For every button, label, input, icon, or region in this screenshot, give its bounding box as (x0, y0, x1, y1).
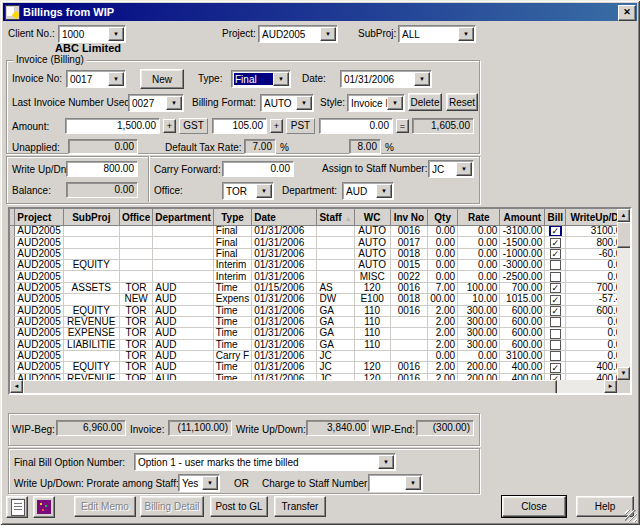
chevron-down-icon[interactable]: ▼ (108, 72, 124, 86)
carry-forward-input[interactable]: 0.00 (222, 161, 294, 177)
grid-cell[interactable]: 10.00 (458, 294, 500, 305)
grid-cell[interactable]: GA (317, 316, 354, 327)
grid-row[interactable]: AUD2005Final01/31/2006AUTO00160.000.00-3… (10, 226, 630, 237)
grid-row[interactable]: AUD2005EQUITYTORAUDTime01/31/2006JC12000… (10, 362, 630, 373)
grid-cell[interactable]: TOR (119, 282, 152, 293)
grid-row[interactable]: AUD2005EQUITYTORAUDTime01/31/2006GA11000… (10, 305, 630, 316)
grid-cell[interactable] (119, 271, 152, 282)
grid-cell[interactable]: Final (213, 248, 251, 259)
grid-cell[interactable]: AUD2005 (15, 294, 63, 305)
grid-cell[interactable]: 2.00 (428, 305, 458, 316)
transfer-button[interactable]: Transfer (274, 496, 326, 517)
grid-cell[interactable] (317, 237, 354, 248)
grid-cell-bill[interactable]: ✓ (545, 226, 566, 237)
grid-cell[interactable]: NEW (119, 294, 152, 305)
scroll-left-icon[interactable]: ◄ (10, 380, 23, 393)
grid-cell[interactable]: 110 (354, 316, 390, 327)
grid-cell[interactable]: -3100.00 (500, 226, 545, 237)
col-header-inv-no[interactable]: Inv No (390, 209, 427, 226)
col-header-type[interactable]: Type (213, 209, 251, 226)
col-header-amount[interactable]: Amount (500, 209, 545, 226)
grid-cell[interactable]: 01/31/2006 (252, 305, 317, 316)
grid-cell[interactable]: E100 (354, 294, 390, 305)
grid-cell[interactable]: 120 (354, 282, 390, 293)
grid-cell[interactable]: Time (213, 305, 251, 316)
grid-row[interactable]: AUD2005LIABILITIETORAUDTime01/31/2006GA1… (10, 339, 630, 350)
grid-cell[interactable]: -2500.00 (500, 271, 545, 282)
grid-cell[interactable]: AUD2005 (15, 339, 63, 350)
date-combo[interactable]: 01/31/2006 ▼ (340, 70, 432, 88)
grid-cell[interactable]: 600.00 (500, 339, 545, 350)
grid-cell[interactable]: AUTO (354, 260, 390, 271)
grid-cell[interactable] (63, 248, 119, 259)
grid-cell[interactable]: AS (317, 282, 354, 293)
grid-cell[interactable]: AUD2005 (15, 328, 63, 339)
grid-cell[interactable]: 0016 (390, 226, 427, 237)
grid-cell[interactable] (63, 226, 119, 237)
grid-cell[interactable]: 01/15/2006 (252, 282, 317, 293)
grid-cell[interactable] (119, 237, 152, 248)
grid-cell[interactable] (153, 248, 214, 259)
grid-cell[interactable]: AUD2005 (15, 282, 63, 293)
grid-cell[interactable]: Interim (213, 260, 251, 271)
col-header-department[interactable]: Department (153, 209, 214, 226)
grid-cell[interactable]: TOR (119, 305, 152, 316)
grid-cell[interactable]: AUD2005 (15, 226, 63, 237)
grid-cell[interactable] (153, 226, 214, 237)
grid-cell[interactable]: 0.00 (458, 271, 500, 282)
grid-cell[interactable]: 110 (354, 339, 390, 350)
grid-row[interactable]: AUD2005NEWAUDExpens01/31/2006DWE10000180… (10, 294, 630, 305)
grid-cell[interactable]: DW (317, 294, 354, 305)
grid-cell[interactable]: 400.00 (500, 362, 545, 373)
grid-cell[interactable]: 0016 (390, 305, 427, 316)
col-header-subproj[interactable]: SubProj (63, 209, 119, 226)
chevron-down-icon[interactable]: ▼ (405, 476, 421, 490)
grid-cell[interactable] (63, 237, 119, 248)
col-header-wc[interactable]: WC (354, 209, 390, 226)
grid-cell[interactable]: 0015 (390, 260, 427, 271)
grid-cell[interactable]: EQUITY (63, 362, 119, 373)
grid-cell[interactable]: 300.00 (458, 316, 500, 327)
grid-cell[interactable]: 01/31/2006 (252, 237, 317, 248)
grid-cell[interactable]: 110 (354, 305, 390, 316)
delete-button[interactable]: Delete (408, 93, 442, 111)
grid-row[interactable]: AUD2005Interim01/31/2006MISC00220.000.00… (10, 271, 630, 282)
grid-cell[interactable]: -1000.00 (500, 248, 545, 259)
grid-cell[interactable]: 0018 (390, 294, 427, 305)
bill-checkbox[interactable] (550, 260, 561, 270)
grid-cell[interactable]: AUD (153, 350, 214, 361)
grid-cell[interactable]: EQUITY (63, 305, 119, 316)
reset-button[interactable]: Reset (446, 93, 478, 111)
horizontal-scroll-thumb[interactable] (23, 380, 557, 395)
grid-cell[interactable]: Carry F (213, 350, 251, 361)
grid-cell[interactable]: AUTO (354, 226, 390, 237)
col-header-date[interactable]: Date (252, 209, 317, 226)
grid-cell[interactable]: Final (213, 237, 251, 248)
grid-cell[interactable]: 01/31/2006 (252, 316, 317, 327)
grid-cell[interactable]: TOR (119, 316, 152, 327)
grid-cell[interactable]: -1500.00 (500, 237, 545, 248)
grid-cell[interactable] (354, 350, 390, 361)
grid-cell[interactable]: Final (213, 226, 251, 237)
billing-detail-button[interactable]: Billing Detail (140, 496, 204, 517)
grid-cell[interactable]: AUTO (354, 248, 390, 259)
close-icon[interactable]: ✕ (618, 5, 636, 21)
resize-grip[interactable] (625, 510, 637, 522)
grid-cell[interactable]: AUD2005 (15, 248, 63, 259)
chevron-down-icon[interactable]: ▼ (458, 27, 474, 41)
col-header-office[interactable]: Office (119, 209, 152, 226)
grid-cell[interactable]: 0.00 (458, 350, 500, 361)
amount-input[interactable]: 1,500.00 (65, 118, 160, 134)
bill-checkbox[interactable] (550, 351, 561, 361)
grid-cell[interactable]: AUD (153, 294, 214, 305)
grid-cell[interactable]: Time (213, 316, 251, 327)
grid-cell[interactable]: 01/31/2006 (252, 328, 317, 339)
grid-cell[interactable]: AUD2005 (15, 271, 63, 282)
grid-cell[interactable] (63, 271, 119, 282)
chevron-down-icon[interactable]: ▼ (387, 96, 403, 110)
grid-cell[interactable]: Time (213, 339, 251, 350)
chevron-down-icon[interactable]: ▼ (376, 184, 392, 198)
grid-row[interactable]: AUD2005EQUITYInterim01/31/2006AUTO00150.… (10, 260, 630, 271)
scroll-up-icon[interactable]: ▲ (617, 209, 630, 222)
grid-cell[interactable]: 3100.00 (500, 350, 545, 361)
